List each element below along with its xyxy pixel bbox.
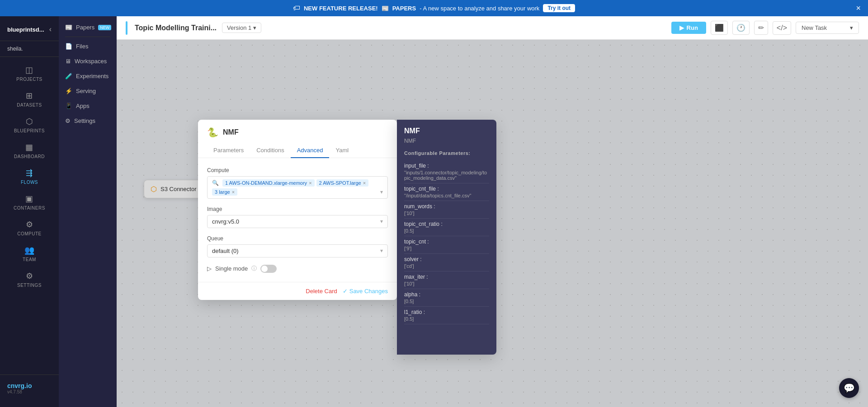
sidebar-label-team: TEAM [23,257,36,262]
param-topic-cnt-ratio: topic_cnt_ratio : [0.5] [404,219,489,236]
nmf-modal: 🐍 NMF Parameters Conditions Advanced [198,120,397,300]
experiments-icon: 🧪 [65,73,72,80]
sidebar2-item-apps[interactable]: 📱 Apps [59,98,117,113]
sidebar2: 📰 Papers NEW 📄 Files 🖥 Workspaces 🧪 Expe… [59,16,117,407]
tab-advanced[interactable]: Advanced [291,143,330,158]
chat-bubble-button[interactable]: 💬 [839,378,859,398]
compute-tag-3: 3 large × [212,188,237,196]
settings2-icon: ⚙ [65,117,71,124]
edit-button[interactable]: ✏ [754,21,768,35]
configurable-params-label: Configurable Parameters: [404,150,489,156]
image-select[interactable]: cnvrg:v5.0 ▾ [207,215,388,228]
sidebar2-item-serving[interactable]: ⚡ Serving [59,84,117,98]
sidebar-item-containers[interactable]: ▣ CONTAINERS [0,189,59,215]
files-icon: 📄 [65,43,72,50]
canvas: ⬡ S3 Connector 🐍 NMF Parameters [117,40,868,407]
sidebar-label-dashboard: DASHBOARD [14,154,45,159]
right-panel: NMF NMF Configurable Parameters: input_f… [397,120,496,355]
code-button[interactable]: </> [773,21,791,35]
compute-group: Compute 🔍 1 AWS-ON-DEMAND.xlarge-memory … [207,167,388,199]
sidebar-item-blueprints[interactable]: ⬡ BLUEPRINTS [0,112,59,138]
sidebar2-item-papers[interactable]: 📰 Papers NEW [59,20,117,35]
version-chevron-icon: ▾ [253,24,256,31]
sidebar-item-datasets[interactable]: ⊞ DATASETS [0,86,59,112]
sidebar2-label-experiments: Experiments [76,73,108,80]
sidebar-item-dashboard[interactable]: ▦ DASHBOARD [0,138,59,164]
sidebar-label-settings: SETTINGS [17,283,42,288]
banner-papers-label: PAPERS [392,5,416,12]
serving-icon: ⚡ [65,88,72,94]
sidebar2-label-papers: Papers [76,24,94,31]
tab-conditions[interactable]: Conditions [250,143,290,158]
right-panel-subtitle: NMF [404,138,489,144]
play-icon: ▷ [207,265,212,272]
param-topic-cnt-file: topic_cnt_file : "/input/data/topics.cnt… [404,183,489,201]
top-banner: 🏷 NEW FEATURE RELEASE! 📰 PAPERS - A new … [0,0,868,16]
sidebar2-divider [65,37,110,37]
close-banner-button[interactable]: × [856,4,861,13]
papers-new-badge: NEW [98,25,111,30]
image-chevron-icon: ▾ [380,218,383,225]
compute-search-icon: 🔍 [212,180,219,186]
try-it-out-button[interactable]: Try it out [543,4,575,12]
sidebar2-item-files[interactable]: 📄 Files [59,39,117,54]
info-icon[interactable]: ⓘ [251,265,257,272]
banner-feature-text: NEW FEATURE RELEASE! [304,5,378,12]
remove-compute-tag-1[interactable]: × [309,180,311,186]
modal-title: NMF [223,128,239,136]
save-label: Save Changes [349,288,388,295]
sidebar2-item-workspaces[interactable]: 🖥 Workspaces [59,54,117,69]
remove-compute-tag-2[interactable]: × [363,180,366,186]
modal-header: 🐍 NMF [198,120,397,138]
modal-tabs: Parameters Conditions Advanced Yaml [198,143,397,158]
param-input-file: input_file : "inputs/1.connector/topic_m… [404,160,489,183]
sidebar-item-compute[interactable]: ⚙ COMPUTE [0,215,59,241]
containers-icon: ▣ [25,194,33,204]
dashboard-icon: ▦ [25,142,33,152]
modal-python-icon: 🐍 [207,127,218,138]
sidebar2-label-settings: Settings [74,117,95,124]
params-list: input_file : "inputs/1.connector/topic_m… [404,160,489,324]
sidebar-logo: blueprintsd... ‹ [0,22,59,41]
param-topic-cnt: topic_cnt : ['9'] [404,236,489,254]
history-button[interactable]: 🕐 [732,21,750,35]
version-selector[interactable]: Version 1 ▾ [222,23,261,33]
single-mode-toggle[interactable] [260,265,277,273]
new-task-dropdown[interactable]: New Task ▾ [796,22,859,34]
settings-icon: ⚙ [26,271,33,281]
delete-card-button[interactable]: Delete Card [306,288,337,295]
topbar: Topic Modelling Traini... Version 1 ▾ ▶ … [117,16,868,40]
sidebar-item-flows[interactable]: ⇶ Flows [0,164,59,189]
compute-icon: ⚙ [26,220,33,229]
run-play-icon: ▶ [679,24,684,31]
sidebar2-item-experiments[interactable]: 🧪 Experiments [59,69,117,84]
modal-overlay: 🐍 NMF Parameters Conditions Advanced [117,40,868,407]
sidebar-item-team[interactable]: 👥 TEAM [0,241,59,267]
banner-papers-icon: 📰 [382,5,389,12]
stop-button[interactable]: ⬛ [711,21,728,35]
image-value: cnvrg:v5.0 [212,218,239,225]
param-max-iter: max_iter : ['10'] [404,271,489,289]
flows-icon: ⇶ [26,168,33,178]
queue-select[interactable]: default (0) ▾ [207,244,388,257]
tab-parameters[interactable]: Parameters [207,143,250,158]
compute-chevron-icon: ▾ [380,189,383,195]
save-changes-button[interactable]: ✓ Save Changes [343,288,388,295]
banner-icon: 🏷 [293,4,300,12]
compute-tag-1: 1 AWS-ON-DEMAND.xlarge-memory × [222,179,315,187]
sidebar2-item-settings[interactable]: ⚙ Settings [59,113,117,128]
sidebar-item-settings[interactable]: ⚙ SETTINGS [0,267,59,292]
sidebar-label-flows: Flows [21,180,38,185]
collapse-sidebar-button[interactable]: ‹ [49,25,52,33]
remove-compute-tag-3[interactable]: × [232,189,235,195]
tab-yaml[interactable]: Yaml [329,143,355,158]
sidebar2-label-files: Files [76,43,88,50]
save-check-icon: ✓ [343,288,348,295]
sidebar-user: sheila. [0,41,59,57]
blueprints-icon: ⬡ [26,117,33,126]
sidebar2-label-apps: Apps [76,103,90,109]
run-button[interactable]: ▶ Run [671,22,706,34]
sidebar-item-projects[interactable]: ◫ PROJECTS [0,61,59,86]
compute-select[interactable]: 🔍 1 AWS-ON-DEMAND.xlarge-memory × 2 AWS-… [207,176,388,199]
chat-icon: 💬 [844,383,855,393]
